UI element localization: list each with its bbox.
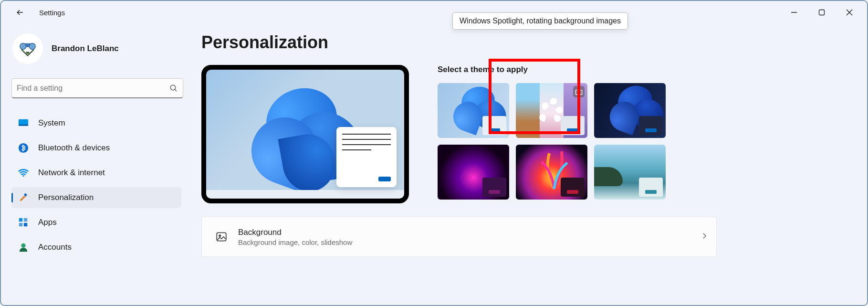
avatar <box>12 33 43 64</box>
wifi-icon <box>18 168 29 178</box>
chevron-right-icon <box>700 232 709 242</box>
nav-list: System Bluetooth & devices Network & int… <box>11 113 181 258</box>
apps-icon <box>18 217 29 228</box>
bluetooth-icon <box>18 143 29 153</box>
theme-tile-captured-motion[interactable] <box>594 145 666 200</box>
system-icon <box>18 118 29 128</box>
close-button[interactable] <box>836 3 863 22</box>
minimize-button[interactable] <box>780 3 808 22</box>
sidebar-item-label: Apps <box>38 218 57 227</box>
titlebar-title: Settings <box>39 9 65 17</box>
search-icon <box>169 84 178 93</box>
tooltip: Windows Spotlight, rotating background i… <box>452 12 628 30</box>
theme-tile-flow[interactable] <box>516 145 587 200</box>
svg-point-19 <box>21 243 25 248</box>
sidebar-item-label: Personalization <box>38 193 94 202</box>
setting-row-background[interactable]: Background Background image, color, slid… <box>201 217 717 257</box>
back-button[interactable] <box>10 3 30 22</box>
maximize-icon <box>818 9 825 16</box>
svg-rect-7 <box>26 52 30 54</box>
svg-rect-15 <box>19 218 22 222</box>
settings-window: Settings Brandon LeBlanc <box>0 0 868 306</box>
sidebar: Brandon LeBlanc System Bluetooth & devic… <box>1 24 187 305</box>
image-icon <box>215 231 228 243</box>
sidebar-item-bluetooth[interactable]: Bluetooth & devices <box>11 137 181 158</box>
svg-rect-22 <box>217 232 226 241</box>
svg-line-9 <box>175 89 177 91</box>
search-box[interactable] <box>11 78 183 98</box>
sidebar-item-network[interactable]: Network & internet <box>11 162 181 183</box>
sidebar-item-personalization[interactable]: Personalization <box>11 187 181 208</box>
svg-rect-18 <box>24 223 27 226</box>
setting-subtitle: Background image, color, slideshow <box>238 238 700 246</box>
svg-point-21 <box>577 91 580 94</box>
maximize-button[interactable] <box>808 3 836 22</box>
themes-header: Select a theme to apply <box>438 65 666 74</box>
svg-point-13 <box>22 175 24 177</box>
svg-rect-17 <box>19 223 22 226</box>
search-input[interactable] <box>17 84 169 93</box>
avatar-image <box>15 40 40 58</box>
svg-point-12 <box>19 143 28 153</box>
user-profile[interactable]: Brandon LeBlanc <box>12 33 181 64</box>
window-controls <box>780 3 863 22</box>
sidebar-item-system[interactable]: System <box>11 113 181 134</box>
svg-point-8 <box>170 85 176 90</box>
theme-tile-windows-dark[interactable] <box>594 83 666 138</box>
sidebar-item-label: System <box>38 118 65 128</box>
sidebar-item-label: Network & internet <box>38 168 105 178</box>
main-content: Personalization <box>187 24 867 305</box>
svg-point-6 <box>29 43 35 50</box>
theme-tile-windows-light[interactable] <box>438 83 509 138</box>
svg-point-23 <box>219 235 220 236</box>
theme-tile-glow[interactable] <box>438 145 509 200</box>
desktop-preview <box>201 65 409 203</box>
close-icon <box>846 9 853 16</box>
setting-title: Background <box>238 228 700 237</box>
svg-rect-11 <box>19 125 28 126</box>
theme-tile-windows-spotlight[interactable] <box>516 83 587 138</box>
arrow-left-icon <box>15 8 25 17</box>
person-icon <box>18 242 29 253</box>
titlebar: Settings <box>1 1 867 24</box>
sidebar-item-accounts[interactable]: Accounts <box>11 237 181 258</box>
svg-rect-16 <box>24 218 27 222</box>
sidebar-item-label: Accounts <box>38 243 72 252</box>
camera-icon <box>573 86 585 97</box>
svg-rect-1 <box>819 10 825 15</box>
minimize-icon <box>791 9 797 16</box>
paintbrush-icon <box>18 192 29 203</box>
sidebar-item-apps[interactable]: Apps <box>11 212 181 233</box>
sidebar-item-label: Bluetooth & devices <box>38 143 110 153</box>
user-name: Brandon LeBlanc <box>52 44 119 53</box>
svg-point-5 <box>20 43 26 50</box>
page-title: Personalization <box>201 32 853 53</box>
themes-grid <box>438 83 666 200</box>
